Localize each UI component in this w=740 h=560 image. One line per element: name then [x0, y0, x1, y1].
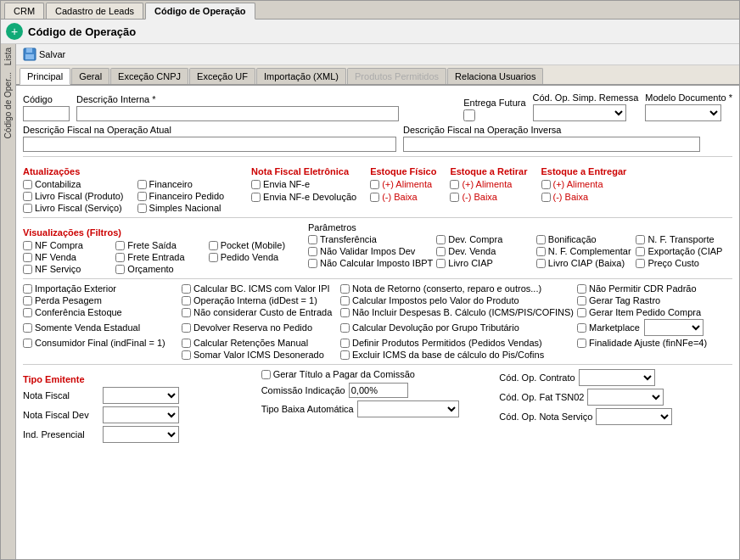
- cb-gerar-item-pedido[interactable]: [577, 308, 586, 317]
- cb-transferencia[interactable]: [308, 235, 317, 244]
- svg-rect-1: [26, 48, 32, 53]
- cb-nf-venda[interactable]: [23, 253, 32, 262]
- cb-marketplace[interactable]: [577, 323, 586, 333]
- cb-nf-transporte[interactable]: [636, 235, 645, 244]
- entrega-futura-checkbox[interactable]: [463, 109, 475, 121]
- sidebar-item-lista[interactable]: Lista: [2, 44, 14, 69]
- cb-orcamento[interactable]: [115, 265, 125, 274]
- cb-nao-calcular-ibpt[interactable]: [308, 259, 317, 268]
- cb-livro-fiscal-produto[interactable]: [23, 192, 32, 201]
- cb-financeiro-pedido[interactable]: [137, 192, 147, 201]
- cb-importacao-exterior[interactable]: [23, 284, 32, 294]
- estoque-fisico-title: Estoque Físico: [370, 166, 436, 176]
- estoque-retirar-title: Estoque a Retirar: [450, 166, 527, 176]
- cod-op-fat-select[interactable]: [587, 389, 664, 406]
- cb-consumidor-final[interactable]: [23, 339, 32, 348]
- cb-financeiro[interactable]: [137, 180, 147, 189]
- cb-livro-fiscal-servico[interactable]: [23, 204, 32, 213]
- cb-ef-alimenta[interactable]: [370, 180, 379, 189]
- cb-definir-produtos[interactable]: [340, 339, 350, 348]
- tab-importacao-xml[interactable]: Importação (XML): [256, 68, 346, 84]
- cb-finalidade-ajuste[interactable]: [577, 339, 586, 348]
- cb-nao-validar-impos[interactable]: [308, 247, 317, 256]
- cb-frete-saida[interactable]: [115, 241, 125, 250]
- tab-codigo-operacao[interactable]: Código de Operação: [145, 3, 255, 20]
- cb-op-interna[interactable]: [182, 296, 191, 305]
- save-button[interactable]: Salvar: [23, 48, 65, 61]
- sidebar-item-codigo-oper[interactable]: Código de Oper...: [2, 69, 14, 142]
- code-input[interactable]: [23, 106, 70, 121]
- cb-perda-pesagem[interactable]: [23, 296, 32, 305]
- cb-simples-nacional[interactable]: [137, 204, 147, 213]
- cb-excluir-icms[interactable]: [340, 350, 350, 360]
- cb-calcular-retencoes[interactable]: [182, 339, 191, 348]
- cod-op-nota-select[interactable]: [596, 408, 672, 425]
- cb-nota-retorno[interactable]: [340, 284, 350, 294]
- desc-internal-input[interactable]: [76, 106, 399, 121]
- cb-ee-baixa[interactable]: [541, 193, 551, 202]
- cb-pocket-mobile[interactable]: [209, 241, 218, 250]
- cod-op-simp-label: Cód. Op. Simp. Remessa: [533, 92, 639, 103]
- cb-calcular-devolucao[interactable]: [340, 323, 350, 333]
- cb-livro-ciap-baixa[interactable]: [536, 259, 546, 268]
- cb-contabiliza[interactable]: [23, 180, 32, 189]
- cb-ef-baixa[interactable]: [370, 193, 379, 202]
- cb-gerar-tag-rastro[interactable]: [577, 296, 586, 305]
- marketplace-select[interactable]: [644, 319, 704, 336]
- cb-somar-icms-desonerado[interactable]: [182, 350, 191, 360]
- tipo-baixa-select[interactable]: [357, 400, 459, 417]
- tab-crm[interactable]: CRM: [4, 3, 44, 19]
- ind-presencial-select[interactable]: [103, 426, 179, 443]
- cod-op-contrato-label: Cód. Op. Contrato: [499, 372, 575, 383]
- comissao-indicacao-label: Comissão Indicação: [261, 385, 345, 395]
- cb-pedido-venda[interactable]: [209, 253, 218, 262]
- cb-nf-complementar[interactable]: [536, 247, 546, 256]
- cb-nf-compra[interactable]: [23, 241, 32, 250]
- cb-envia-nfe[interactable]: [251, 180, 261, 189]
- cod-op-nota-label: Cód. Op. Nota Serviço: [499, 412, 592, 422]
- tab-cadastro-leads[interactable]: Cadastro de Leads: [46, 3, 143, 19]
- add-icon[interactable]: +: [6, 23, 23, 40]
- tab-excecao-uf[interactable]: Exceção UF: [189, 68, 255, 84]
- cb-calcular-impostos-valor[interactable]: [340, 296, 350, 305]
- tab-excecao-cnpj[interactable]: Exceção CNPJ: [110, 68, 188, 84]
- cb-livro-ciap[interactable]: [436, 259, 446, 268]
- cb-somente-venda-estadual[interactable]: [23, 323, 32, 333]
- cb-gerar-titulo[interactable]: [261, 370, 271, 379]
- cb-er-baixa[interactable]: [450, 193, 459, 202]
- entrega-futura-label: Entrega Futura: [463, 98, 525, 108]
- cb-bonificacao[interactable]: [536, 235, 546, 244]
- cb-preco-custo[interactable]: [636, 259, 645, 268]
- ind-presencial-label: Ind. Presencial: [23, 429, 99, 440]
- cb-nf-servico[interactable]: [23, 265, 32, 274]
- cod-op-simp-select[interactable]: [533, 104, 626, 121]
- cb-envia-nfe-dev[interactable]: [251, 193, 261, 202]
- cb-dev-compra[interactable]: [436, 235, 446, 244]
- cb-devolver-reserva[interactable]: [182, 323, 191, 333]
- estoque-entregar-title: Estoque a Entregar: [541, 166, 627, 176]
- nota-fiscal-dev-select[interactable]: [103, 406, 179, 423]
- cb-nao-considerar-custo[interactable]: [182, 308, 191, 317]
- code-label: Código: [23, 94, 70, 104]
- form-area: Código Descrição Interna * Entrega Futur…: [16, 86, 739, 559]
- modelo-doc-select[interactable]: [645, 104, 721, 121]
- tab-principal[interactable]: Principal: [20, 68, 70, 85]
- cod-op-fat-label: Cód. Op. Fat TSN02: [499, 392, 584, 402]
- nota-fiscal-select[interactable]: [103, 387, 179, 404]
- cb-ee-alimenta[interactable]: [541, 180, 551, 189]
- tipo-baixa-label: Tipo Baixa Automática: [261, 404, 354, 414]
- cb-calcular-bc-icms[interactable]: [182, 284, 191, 294]
- cb-er-alimenta[interactable]: [450, 180, 459, 189]
- comissao-indicacao-input[interactable]: [349, 383, 408, 398]
- desc-fiscal-atual-input[interactable]: [23, 137, 396, 152]
- tab-relaciona-usuarios[interactable]: Relaciona Usuarios: [447, 68, 543, 84]
- cb-exportacao-ciap[interactable]: [636, 247, 645, 256]
- cb-nao-incluir-despesas[interactable]: [340, 308, 350, 317]
- cb-frete-entrada[interactable]: [115, 253, 125, 262]
- cb-conferencia-estoque[interactable]: [23, 308, 32, 317]
- cb-dev-venda[interactable]: [436, 247, 446, 256]
- cod-op-contrato-select[interactable]: [579, 369, 655, 386]
- cb-nao-permitir-cdr[interactable]: [577, 284, 586, 294]
- tab-geral[interactable]: Geral: [71, 68, 109, 84]
- desc-fiscal-inversa-input[interactable]: [403, 137, 700, 152]
